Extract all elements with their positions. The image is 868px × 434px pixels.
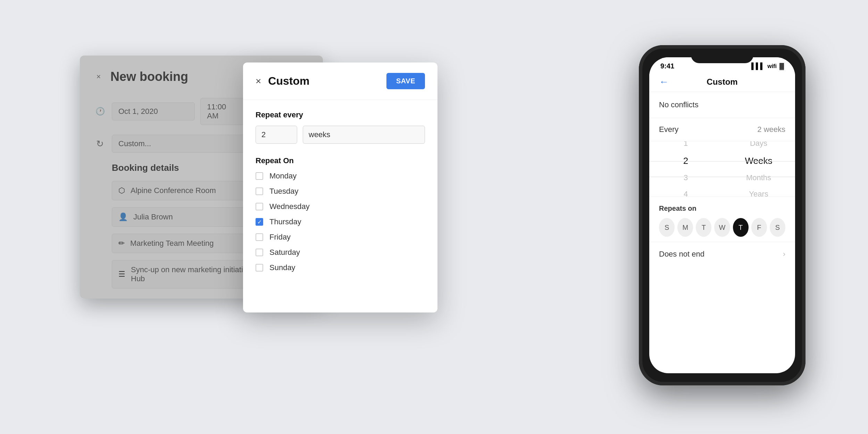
wifi-icon: wifi bbox=[767, 63, 777, 69]
phone-nav-bar: ← Custom bbox=[649, 72, 795, 92]
phone-status-time: 9:41 bbox=[660, 62, 674, 70]
custom-dialog-close-button[interactable]: × bbox=[256, 76, 261, 87]
phone-every-value: 2 weeks bbox=[757, 125, 785, 134]
picker-item-1: 1 bbox=[649, 141, 722, 152]
phone-no-conflicts: No conflicts bbox=[649, 92, 795, 118]
day-thursday-row: Thursday bbox=[256, 217, 425, 226]
custom-dialog: × Custom SAVE Repeat every Repeat On Mon… bbox=[243, 62, 437, 312]
phone-status-icons: ▌▌▌ wifi ▓ bbox=[751, 62, 784, 70]
phone-day-f[interactable]: F bbox=[751, 218, 767, 237]
repeat-number-input[interactable] bbox=[256, 126, 297, 144]
day-sunday-row: Sunday bbox=[256, 263, 425, 272]
day-wednesday-row: Wednesday bbox=[256, 202, 425, 211]
picker-item-3: 3 bbox=[649, 170, 722, 186]
saturday-label: Saturday bbox=[269, 248, 300, 257]
monday-label: Monday bbox=[269, 172, 297, 181]
phone-every-row: Every 2 weeks bbox=[649, 118, 795, 141]
tuesday-checkbox[interactable] bbox=[256, 187, 263, 195]
days-list: Monday Tuesday Wednesday Thursday Friday bbox=[256, 172, 425, 272]
picker-item-4: 4 bbox=[649, 186, 722, 197]
signal-icon: ▌▌▌ bbox=[751, 62, 765, 70]
thursday-checkbox[interactable] bbox=[256, 218, 263, 226]
picker-unit-column[interactable]: Days Weeks Months Years bbox=[722, 141, 795, 197]
phone-every-label: Every bbox=[659, 125, 678, 134]
wednesday-label: Wednesday bbox=[269, 202, 310, 211]
chevron-right-icon: › bbox=[783, 250, 785, 259]
phone-day-m[interactable]: M bbox=[677, 218, 693, 237]
phone-notch bbox=[691, 51, 753, 63]
phone-frame: 9:41 ▌▌▌ wifi ▓ ← Custom No conflicts bbox=[639, 45, 806, 385]
thursday-label: Thursday bbox=[269, 217, 301, 226]
phone-day-s1[interactable]: S bbox=[659, 218, 675, 237]
phone-does-not-end-row[interactable]: Does not end › bbox=[649, 242, 795, 266]
tuesday-label: Tuesday bbox=[269, 187, 299, 196]
picker-item-2: 2 bbox=[649, 152, 722, 170]
sunday-checkbox[interactable] bbox=[256, 264, 263, 272]
custom-dialog-title: Custom bbox=[268, 75, 309, 87]
phone-picker[interactable]: 1 2 3 4 Days Weeks Months Years bbox=[649, 141, 795, 197]
picker-weeks: Weeks bbox=[722, 152, 795, 170]
phone-back-button[interactable]: ← bbox=[659, 76, 669, 87]
phone-repeats-on: Repeats on S M T W T F S bbox=[649, 197, 795, 242]
scene: × New booking 🕐 Oct 1, 2020 11:00 AM to … bbox=[52, 35, 816, 399]
phone-day-w[interactable]: W bbox=[714, 218, 730, 237]
phone-nav-title: Custom bbox=[707, 77, 737, 87]
phone-container: 9:41 ▌▌▌ wifi ▓ ← Custom No conflicts bbox=[639, 45, 806, 385]
repeat-unit-input[interactable] bbox=[303, 126, 425, 144]
battery-icon: ▓ bbox=[779, 62, 784, 70]
phone-day-t2[interactable]: T bbox=[733, 218, 749, 237]
custom-dialog-save-button[interactable]: SAVE bbox=[386, 73, 425, 89]
phone-days-row: S M T W T F S bbox=[659, 218, 785, 237]
day-monday-row: Monday bbox=[256, 172, 425, 181]
sunday-label: Sunday bbox=[269, 263, 295, 272]
day-saturday-row: Saturday bbox=[256, 248, 425, 257]
friday-label: Friday bbox=[269, 233, 291, 242]
day-tuesday-row: Tuesday bbox=[256, 187, 425, 196]
day-friday-row: Friday bbox=[256, 233, 425, 242]
saturday-checkbox[interactable] bbox=[256, 249, 263, 256]
monday-checkbox[interactable] bbox=[256, 172, 263, 180]
wednesday-checkbox[interactable] bbox=[256, 203, 263, 210]
repeat-on-label: Repeat On bbox=[256, 156, 425, 165]
picker-number-column[interactable]: 1 2 3 4 bbox=[649, 141, 722, 197]
phone-day-s2[interactable]: S bbox=[770, 218, 785, 237]
phone-day-t1[interactable]: T bbox=[696, 218, 711, 237]
phone-repeats-on-label: Repeats on bbox=[659, 205, 785, 212]
phone-screen: 9:41 ▌▌▌ wifi ▓ ← Custom No conflicts bbox=[649, 57, 795, 373]
friday-checkbox[interactable] bbox=[256, 233, 263, 241]
phone-does-not-end-label: Does not end bbox=[659, 250, 704, 259]
repeat-every-label: Repeat every bbox=[256, 110, 425, 119]
picker-days: Days bbox=[722, 141, 795, 152]
picker-months: Months bbox=[722, 170, 795, 186]
picker-years: Years bbox=[722, 186, 795, 197]
